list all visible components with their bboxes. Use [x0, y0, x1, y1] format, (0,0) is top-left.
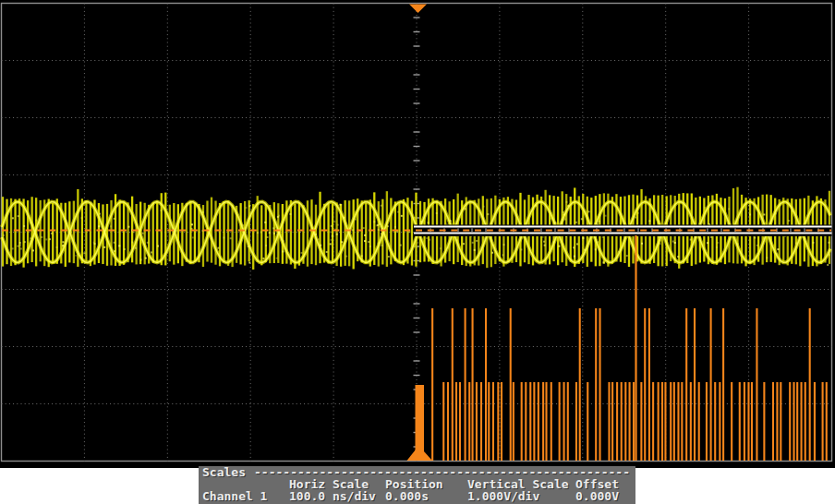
panel-title-dashes: ----------------------------------------… [254, 467, 630, 477]
header-offset: Offset [575, 479, 619, 489]
value-position: 0.000s [385, 491, 429, 501]
header-horiz-scale: Horiz Scale [289, 479, 369, 489]
value-horiz-scale: 100.0 ns/div [289, 491, 376, 501]
value-vertical-scale: 1.000V/div [467, 491, 539, 501]
waveform-display [0, 0, 835, 463]
header-position: Position [385, 479, 443, 489]
value-channel-name: Channel 1 [202, 491, 267, 501]
trigger-position-marker-icon[interactable] [409, 5, 427, 14]
panel-title: Scales [202, 467, 246, 477]
scales-panel: Scales ---------------------------------… [199, 466, 635, 504]
digital-pulse-train [407, 235, 827, 461]
header-vertical-scale: Vertical Scale [467, 479, 569, 489]
oscilloscope-screen: Scales ---------------------------------… [0, 0, 835, 504]
value-offset: 0.000V [575, 491, 619, 501]
